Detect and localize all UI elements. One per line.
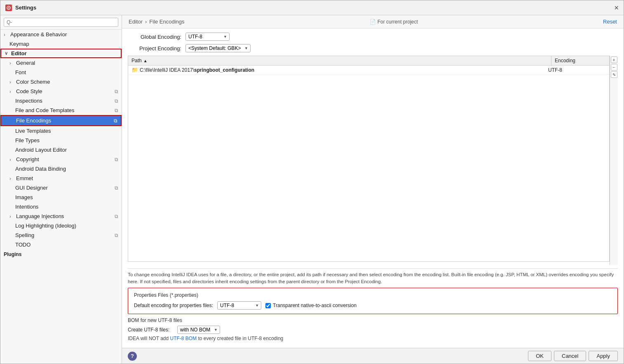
arrow-icon: › (9, 61, 15, 66)
sidebar-item-inspections[interactable]: Inspections ⧉ (0, 96, 122, 106)
apply-button[interactable]: Apply (589, 351, 618, 361)
sidebar-item-label: Language Injections (16, 213, 113, 219)
search-bar (0, 15, 122, 30)
footer-left: ? (128, 352, 137, 361)
sidebar-item-live-templates[interactable]: Live Templates (0, 126, 122, 136)
title-bar: Settings × (0, 0, 624, 15)
sidebar-item-images[interactable]: Images (0, 193, 122, 202)
sidebar-item-font[interactable]: Font (0, 68, 122, 77)
transparent-checkbox[interactable] (265, 303, 271, 308)
path-table: Path ▲ Encoding 📁 C:\file\IntelliJ IDEA … (128, 56, 610, 262)
sidebar-item-editor[interactable]: ∨ Editor (0, 49, 122, 58)
col-path-label: Path (131, 58, 142, 63)
sort-asc-icon: ▲ (143, 59, 148, 63)
sidebar-item-label: Intentions (15, 204, 118, 210)
panel-body: Global Encoding: UTF-8 ISO-8859-1 window… (122, 28, 624, 348)
window-title: Settings (15, 5, 36, 11)
for-project-label: For current project (378, 19, 418, 25)
sidebar-item-label: Color Scheme (16, 79, 118, 85)
sidebar: › Appearance & Behavior Keymap ∨ Editor … (0, 15, 122, 364)
project-encoding-label: Project Encoding: (128, 45, 181, 52)
arrow-icon: › (9, 157, 15, 162)
sidebar-item-appearance[interactable]: › Appearance & Behavior (0, 30, 122, 39)
copy-icon: ⧉ (115, 157, 118, 162)
content-panel: Editor › File Encodings 📄 For current pr… (122, 15, 624, 364)
project-icon: 📄 (370, 19, 376, 25)
breadcrumb-sep: › (145, 19, 147, 25)
sidebar-item-label: Android Data Binding (15, 166, 118, 172)
sidebar-item-intentions[interactable]: Intentions (0, 202, 122, 211)
sidebar-item-android-data-binding[interactable]: Android Data Binding (0, 164, 122, 174)
arrow-icon: ∨ (5, 51, 10, 56)
table-add-button[interactable]: + (611, 56, 617, 63)
folder-icon: 📁 (131, 67, 138, 73)
sidebar-item-code-style[interactable]: › Code Style ⧉ (0, 87, 122, 96)
arrow-icon: › (4, 32, 9, 37)
table-header: Path ▲ Encoding (128, 56, 609, 66)
sidebar-item-label: Emmet (16, 175, 118, 181)
project-encoding-select-wrapper: <System Default: GBK> UTF-8 ISO-8859-1 (185, 44, 251, 52)
bom-link[interactable]: UTF-8 BOM (170, 336, 197, 341)
copy-icon: ⧉ (115, 98, 118, 104)
sidebar-item-gui-designer[interactable]: GUI Designer ⧉ (0, 183, 122, 193)
close-button[interactable]: × (614, 4, 619, 12)
row-encoding: UTF-8 (548, 67, 606, 73)
default-encoding-label: Default encoding for properties files: (134, 303, 213, 308)
sidebar-item-file-types[interactable]: File Types (0, 136, 122, 145)
breadcrumb-parent: Editor (129, 19, 143, 25)
title-bar-left: Settings (5, 5, 36, 11)
sidebar-item-copyright[interactable]: › Copyright ⧉ (0, 155, 122, 164)
search-input[interactable] (4, 18, 118, 27)
global-encoding-select[interactable]: UTF-8 ISO-8859-1 windows-1251 US-ASCII (185, 33, 230, 41)
sidebar-item-keymap[interactable]: Keymap (0, 39, 122, 49)
bom-create-label: Create UTF-8 files: (128, 327, 173, 333)
bom-section: BOM for new UTF-8 files Create UTF-8 fil… (128, 317, 618, 341)
sidebar-item-label: Editor (11, 50, 117, 56)
global-encoding-label: Global Encoding: (128, 34, 181, 40)
path-table-container: Path ▲ Encoding 📁 C:\file\IntelliJ IDEA … (128, 56, 618, 265)
sidebar-item-todo[interactable]: TODO (0, 240, 122, 249)
table-body: 📁 C:\file\IntelliJ IDEA 2017\springboot_… (128, 66, 609, 261)
col-path-header: Path ▲ (128, 56, 551, 65)
sidebar-item-label: File Types (15, 137, 118, 143)
sidebar-item-label: TODO (15, 242, 118, 248)
sidebar-item-emmet[interactable]: › Emmet (0, 174, 122, 183)
bom-note: IDEA will NOT add UTF-8 BOM to every cre… (128, 336, 618, 341)
project-encoding-row: Project Encoding: <System Default: GBK> … (128, 44, 618, 52)
copy-icon: ⧉ (115, 185, 118, 191)
sidebar-item-log-highlighting[interactable]: Log Highlighting (Ideolog) (0, 221, 122, 230)
ok-button[interactable]: OK (528, 351, 551, 361)
sidebar-item-android-layout-editor[interactable]: Android Layout Editor (0, 145, 122, 155)
sidebar-item-label: GUI Designer (15, 185, 113, 191)
sidebar-item-file-code-templates[interactable]: File and Code Templates ⧉ (0, 106, 122, 115)
table-action-sidebar: + − ✎ (610, 56, 618, 265)
help-button[interactable]: ? (128, 352, 137, 361)
sidebar-item-file-encodings[interactable]: File Encodings ⧉ (0, 115, 122, 126)
bom-create-row: Create UTF-8 files: with NO BOM with BOM (128, 326, 618, 334)
table-edit-button[interactable]: ✎ (611, 71, 617, 78)
reset-button[interactable]: Reset (603, 19, 617, 25)
bom-select[interactable]: with NO BOM with BOM (177, 326, 220, 334)
for-project: 📄 For current project (370, 19, 418, 25)
cancel-button[interactable]: Cancel (554, 351, 586, 361)
props-encoding-select[interactable]: UTF-8 ISO-8859-1 windows-1251 (217, 301, 261, 310)
sidebar-item-label: File and Code Templates (15, 107, 113, 113)
sidebar-item-language-injections[interactable]: › Language Injections ⧉ (0, 211, 122, 221)
sidebar-item-label: File Encodings (16, 117, 112, 124)
project-encoding-select[interactable]: <System Default: GBK> UTF-8 ISO-8859-1 (185, 44, 251, 52)
sidebar-item-general[interactable]: › General (0, 58, 122, 68)
table-remove-button[interactable]: − (611, 64, 617, 70)
bom-note-prefix: IDEA will NOT add (128, 336, 170, 341)
svg-point-1 (8, 7, 9, 8)
transparent-checkbox-label[interactable]: Transparent native-to-ascii conversion (265, 303, 357, 308)
global-encoding-row: Global Encoding: UTF-8 ISO-8859-1 window… (128, 33, 618, 41)
arrow-icon: › (9, 80, 15, 85)
sidebar-item-color-scheme[interactable]: › Color Scheme (0, 77, 122, 87)
main-content: › Appearance & Behavior Keymap ∨ Editor … (0, 15, 624, 364)
table-row[interactable]: 📁 C:\file\IntelliJ IDEA 2017\springboot_… (128, 66, 609, 75)
sidebar-item-spelling[interactable]: Spelling ⧉ (0, 230, 122, 240)
panel-header: Editor › File Encodings 📄 For current pr… (122, 15, 624, 28)
arrow-icon: › (9, 214, 15, 219)
sidebar-item-label: Android Layout Editor (15, 147, 118, 153)
sidebar-item-label: Copyright (16, 156, 113, 162)
